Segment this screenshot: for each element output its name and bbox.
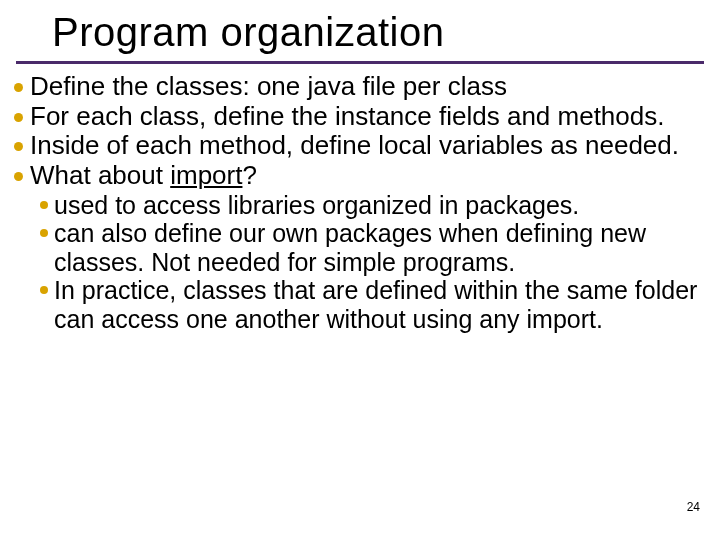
- sub-list-item-text: can also define our own packages when de…: [54, 219, 704, 276]
- sub-list-item: used to access libraries organized in pa…: [12, 191, 704, 220]
- title-rule: [16, 61, 704, 64]
- list-item-text: Inside of each method, define local vari…: [30, 131, 704, 161]
- sub-list-item: In practice, classes that are defined wi…: [12, 276, 704, 333]
- bullet-icon: [14, 83, 23, 92]
- slide-content: Define the classes: one java file per cl…: [0, 72, 720, 333]
- text-suffix: ?: [242, 160, 256, 190]
- page-number: 24: [687, 500, 700, 514]
- list-item: Inside of each method, define local vari…: [12, 131, 704, 161]
- list-item: For each class, define the instance fiel…: [12, 102, 704, 132]
- bullet-icon: [40, 229, 48, 237]
- bullet-icon: [14, 172, 23, 181]
- bullet-icon: [40, 286, 48, 294]
- sub-list-item-text: used to access libraries organized in pa…: [54, 191, 704, 220]
- list-item-text: Define the classes: one java file per cl…: [30, 72, 704, 102]
- text-prefix: What about: [30, 160, 170, 190]
- list-item: Define the classes: one java file per cl…: [12, 72, 704, 102]
- list-item-text: What about import?: [30, 161, 704, 191]
- sub-list-item-text: In practice, classes that are defined wi…: [54, 276, 704, 333]
- slide-title: Program organization: [0, 0, 720, 61]
- text-underlined: import: [170, 160, 242, 190]
- bullet-icon: [40, 201, 48, 209]
- list-item: What about import?: [12, 161, 704, 191]
- list-item-text: For each class, define the instance fiel…: [30, 102, 704, 132]
- bullet-icon: [14, 113, 23, 122]
- bullet-icon: [14, 142, 23, 151]
- sub-list-item: can also define our own packages when de…: [12, 219, 704, 276]
